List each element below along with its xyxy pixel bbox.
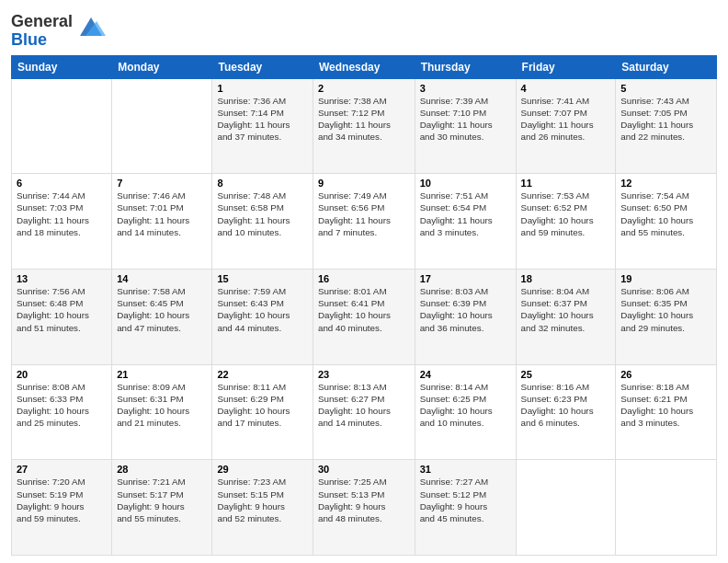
day-number: 4 xyxy=(521,83,611,94)
day-info: Sunrise: 8:16 AM Sunset: 6:23 PM Dayligh… xyxy=(521,381,611,430)
day-info: Sunrise: 7:25 AM Sunset: 5:13 PM Dayligh… xyxy=(318,476,410,524)
day-info: Sunrise: 7:44 AM Sunset: 7:03 PM Dayligh… xyxy=(17,190,107,238)
day-number: 21 xyxy=(117,369,207,380)
day-number: 17 xyxy=(420,273,511,284)
day-number: 15 xyxy=(217,273,307,284)
day-number: 16 xyxy=(318,273,410,284)
day-info: Sunrise: 7:38 AM Sunset: 7:12 PM Dayligh… xyxy=(318,95,410,144)
day-cell: 28Sunrise: 7:21 AM Sunset: 5:17 PM Dayli… xyxy=(112,460,212,556)
day-info: Sunrise: 8:04 AM Sunset: 6:37 PM Dayligh… xyxy=(521,285,611,334)
day-info: Sunrise: 8:18 AM Sunset: 6:21 PM Dayligh… xyxy=(620,381,711,430)
day-info: Sunrise: 7:46 AM Sunset: 7:01 PM Dayligh… xyxy=(117,190,207,238)
logo-general: General xyxy=(11,12,73,30)
day-number: 29 xyxy=(217,464,307,475)
weekday-sunday: Sunday xyxy=(12,55,112,78)
page: General Blue SundayMondayTuesdayWednesda… xyxy=(0,0,728,563)
day-number: 28 xyxy=(117,464,207,475)
logo-text: General Blue xyxy=(11,13,73,50)
day-number: 5 xyxy=(620,83,711,94)
day-cell: 18Sunrise: 8:04 AM Sunset: 6:37 PM Dayli… xyxy=(516,269,616,364)
day-cell: 12Sunrise: 7:54 AM Sunset: 6:50 PM Dayli… xyxy=(616,174,717,270)
day-cell: 27Sunrise: 7:20 AM Sunset: 5:19 PM Dayli… xyxy=(12,460,112,556)
day-info: Sunrise: 7:21 AM Sunset: 5:17 PM Dayligh… xyxy=(117,476,207,524)
day-info: Sunrise: 8:14 AM Sunset: 6:25 PM Dayligh… xyxy=(420,381,511,430)
weekday-monday: Monday xyxy=(112,55,212,78)
day-cell: 10Sunrise: 7:51 AM Sunset: 6:54 PM Dayli… xyxy=(415,174,516,270)
day-number: 7 xyxy=(117,178,207,189)
day-info: Sunrise: 8:06 AM Sunset: 6:35 PM Dayligh… xyxy=(620,285,711,334)
day-number: 19 xyxy=(620,273,711,284)
weekday-tuesday: Tuesday xyxy=(212,55,313,78)
day-cell: 11Sunrise: 7:53 AM Sunset: 6:52 PM Dayli… xyxy=(516,174,616,270)
day-number: 20 xyxy=(17,369,107,380)
day-number: 8 xyxy=(217,178,307,189)
day-number: 11 xyxy=(521,178,611,189)
day-info: Sunrise: 7:51 AM Sunset: 6:54 PM Dayligh… xyxy=(420,190,511,238)
day-info: Sunrise: 8:08 AM Sunset: 6:33 PM Dayligh… xyxy=(17,381,107,430)
day-cell xyxy=(616,460,717,556)
day-info: Sunrise: 7:54 AM Sunset: 6:50 PM Dayligh… xyxy=(620,190,711,238)
day-number: 10 xyxy=(420,178,511,189)
logo-icon xyxy=(76,14,106,40)
day-cell: 13Sunrise: 7:56 AM Sunset: 6:48 PM Dayli… xyxy=(12,269,112,364)
day-info: Sunrise: 7:23 AM Sunset: 5:15 PM Dayligh… xyxy=(217,476,307,524)
day-info: Sunrise: 7:43 AM Sunset: 7:05 PM Dayligh… xyxy=(620,95,711,144)
calendar-table: SundayMondayTuesdayWednesdayThursdayFrid… xyxy=(11,55,717,556)
day-cell: 23Sunrise: 8:13 AM Sunset: 6:27 PM Dayli… xyxy=(313,364,415,460)
day-number: 25 xyxy=(521,369,611,380)
day-cell: 20Sunrise: 8:08 AM Sunset: 6:33 PM Dayli… xyxy=(12,364,112,460)
day-info: Sunrise: 7:53 AM Sunset: 6:52 PM Dayligh… xyxy=(521,190,611,238)
day-info: Sunrise: 7:49 AM Sunset: 6:56 PM Dayligh… xyxy=(318,190,410,238)
weekday-header-row: SundayMondayTuesdayWednesdayThursdayFrid… xyxy=(12,55,717,78)
day-cell: 30Sunrise: 7:25 AM Sunset: 5:13 PM Dayli… xyxy=(313,460,415,556)
day-cell: 15Sunrise: 7:59 AM Sunset: 6:43 PM Dayli… xyxy=(212,269,313,364)
day-number: 13 xyxy=(17,273,107,284)
day-info: Sunrise: 7:48 AM Sunset: 6:58 PM Dayligh… xyxy=(217,190,307,238)
day-info: Sunrise: 7:36 AM Sunset: 7:14 PM Dayligh… xyxy=(217,95,307,144)
day-number: 1 xyxy=(217,83,307,94)
week-row-3: 13Sunrise: 7:56 AM Sunset: 6:48 PM Dayli… xyxy=(12,269,717,364)
day-cell: 29Sunrise: 7:23 AM Sunset: 5:15 PM Dayli… xyxy=(212,460,313,556)
day-info: Sunrise: 8:11 AM Sunset: 6:29 PM Dayligh… xyxy=(217,381,307,430)
day-cell: 5Sunrise: 7:43 AM Sunset: 7:05 PM Daylig… xyxy=(616,78,717,174)
day-cell: 16Sunrise: 8:01 AM Sunset: 6:41 PM Dayli… xyxy=(313,269,415,364)
day-info: Sunrise: 7:27 AM Sunset: 5:12 PM Dayligh… xyxy=(420,476,511,524)
day-number: 30 xyxy=(318,464,410,475)
day-info: Sunrise: 8:01 AM Sunset: 6:41 PM Dayligh… xyxy=(318,285,410,334)
day-cell: 9Sunrise: 7:49 AM Sunset: 6:56 PM Daylig… xyxy=(313,174,415,270)
day-number: 23 xyxy=(318,369,410,380)
week-row-2: 6Sunrise: 7:44 AM Sunset: 7:03 PM Daylig… xyxy=(12,174,717,270)
day-cell: 17Sunrise: 8:03 AM Sunset: 6:39 PM Dayli… xyxy=(415,269,516,364)
weekday-saturday: Saturday xyxy=(616,55,717,78)
day-number: 24 xyxy=(420,369,511,380)
day-cell xyxy=(112,78,212,174)
day-cell: 2Sunrise: 7:38 AM Sunset: 7:12 PM Daylig… xyxy=(313,78,415,174)
day-info: Sunrise: 7:39 AM Sunset: 7:10 PM Dayligh… xyxy=(420,95,511,144)
day-cell: 24Sunrise: 8:14 AM Sunset: 6:25 PM Dayli… xyxy=(415,364,516,460)
logo: General Blue xyxy=(11,13,106,50)
logo-blue: Blue xyxy=(11,30,47,49)
weekday-wednesday: Wednesday xyxy=(313,55,415,78)
week-row-5: 27Sunrise: 7:20 AM Sunset: 5:19 PM Dayli… xyxy=(12,460,717,556)
day-cell: 22Sunrise: 8:11 AM Sunset: 6:29 PM Dayli… xyxy=(212,364,313,460)
day-cell xyxy=(12,78,112,174)
day-info: Sunrise: 7:58 AM Sunset: 6:45 PM Dayligh… xyxy=(117,285,207,334)
day-number: 2 xyxy=(318,83,410,94)
day-info: Sunrise: 8:13 AM Sunset: 6:27 PM Dayligh… xyxy=(318,381,410,430)
day-cell: 21Sunrise: 8:09 AM Sunset: 6:31 PM Dayli… xyxy=(112,364,212,460)
day-number: 3 xyxy=(420,83,511,94)
day-cell: 3Sunrise: 7:39 AM Sunset: 7:10 PM Daylig… xyxy=(415,78,516,174)
day-info: Sunrise: 7:20 AM Sunset: 5:19 PM Dayligh… xyxy=(17,476,107,524)
day-cell: 31Sunrise: 7:27 AM Sunset: 5:12 PM Dayli… xyxy=(415,460,516,556)
day-info: Sunrise: 7:59 AM Sunset: 6:43 PM Dayligh… xyxy=(217,285,307,334)
day-cell xyxy=(516,460,616,556)
day-cell: 1Sunrise: 7:36 AM Sunset: 7:14 PM Daylig… xyxy=(212,78,313,174)
day-number: 9 xyxy=(318,178,410,189)
day-cell: 6Sunrise: 7:44 AM Sunset: 7:03 PM Daylig… xyxy=(12,174,112,270)
day-cell: 8Sunrise: 7:48 AM Sunset: 6:58 PM Daylig… xyxy=(212,174,313,270)
day-cell: 19Sunrise: 8:06 AM Sunset: 6:35 PM Dayli… xyxy=(616,269,717,364)
day-info: Sunrise: 7:56 AM Sunset: 6:48 PM Dayligh… xyxy=(17,285,107,334)
day-cell: 14Sunrise: 7:58 AM Sunset: 6:45 PM Dayli… xyxy=(112,269,212,364)
day-cell: 26Sunrise: 8:18 AM Sunset: 6:21 PM Dayli… xyxy=(616,364,717,460)
day-cell: 25Sunrise: 8:16 AM Sunset: 6:23 PM Dayli… xyxy=(516,364,616,460)
